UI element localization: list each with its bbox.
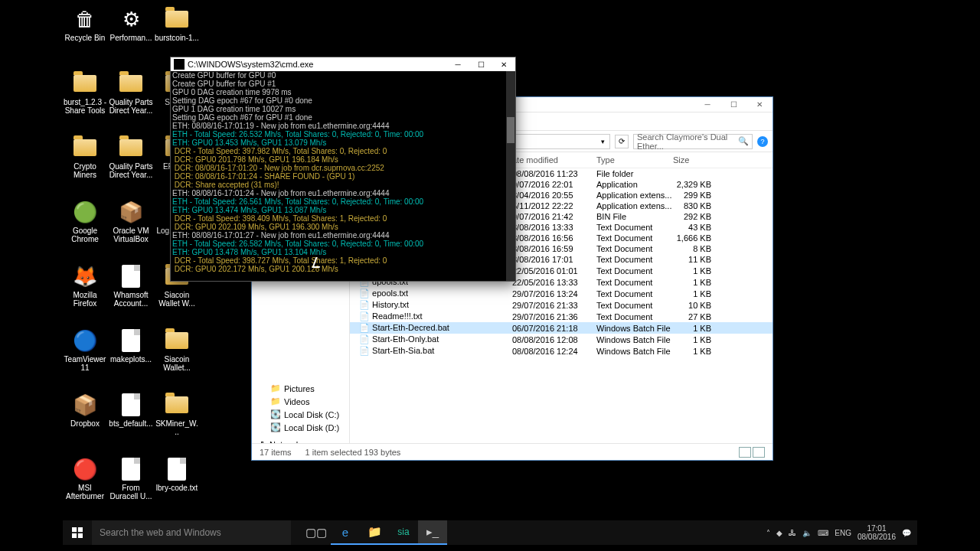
explorer-statusbar: 17 items 1 item selected 193 bytes xyxy=(252,443,773,460)
desktop-icon[interactable]: burst_1.2.3 - Share Tools xyxy=(63,70,107,135)
view-icons-button[interactable] xyxy=(753,447,765,458)
folder-icon xyxy=(164,328,190,354)
help-icon[interactable]: ? xyxy=(757,136,768,147)
vbox-icon: 📦 xyxy=(118,199,144,225)
table-row[interactable]: 📄 Start-Eth-Only.bat08/08/2016 12:08Wind… xyxy=(350,334,773,345)
nav-item[interactable]: 💽Local Disk (C:) xyxy=(252,408,349,421)
minimize-button[interactable]: ─ xyxy=(446,57,469,71)
desktop-icon[interactable]: ⚙Performan... xyxy=(109,6,153,70)
desktop-icon-label: Oracle VM VirtualBox xyxy=(109,227,153,243)
chrome-icon: 🟢 xyxy=(72,199,98,225)
table-row[interactable]: 📄 History.txt29/07/2016 21:33Text Docume… xyxy=(350,299,773,311)
system-tray[interactable]: ˄ ◆ 🖧 🔈 ⌨ ENG 17:01 08/08/2016 💬 xyxy=(760,524,917,541)
tray-app-icon[interactable]: ◆ xyxy=(776,529,782,537)
desktop-icon[interactable]: 📦Oracle VM VirtualBox xyxy=(109,199,153,263)
svg-rect-0 xyxy=(72,527,77,532)
folder-icon xyxy=(164,6,190,32)
nav-item[interactable]: 💽Local Disk (D:) xyxy=(252,421,349,434)
desktop-icon-label: Crypto Miners xyxy=(63,162,107,179)
desktop-icon-label: Recycle Bin xyxy=(65,34,106,42)
desktop-icon-label: lbry-code.txt xyxy=(156,484,198,492)
desktop-icon-label: bts_default... xyxy=(109,419,152,428)
desktop-icon[interactable]: 🟢Google Chrome xyxy=(63,199,107,263)
svg-rect-3 xyxy=(78,533,83,538)
desktop-icon[interactable]: Quality Parts Direct Year... xyxy=(109,135,153,199)
desktop-icon-label: Performan... xyxy=(109,34,152,42)
search-icon: 🔍 xyxy=(738,136,749,146)
minimize-button[interactable]: ─ xyxy=(694,97,720,112)
nav-item[interactable]: 📁Videos xyxy=(252,395,349,408)
cmd-scrollbar[interactable] xyxy=(506,71,515,281)
desktop-icon-label: burstcoin-1... xyxy=(155,34,199,42)
taskbar-sia[interactable]: sia xyxy=(389,520,418,545)
desktop-icon-label: Siacoin Wallet... xyxy=(155,355,199,372)
desktop-icon[interactable]: Siacoin Wallet... xyxy=(155,328,199,392)
desktop-icon-label: SKMiner_W... xyxy=(155,419,199,436)
nav-item[interactable]: 📁Pictures xyxy=(252,382,349,395)
explorer-search[interactable]: Search Claymore's Dual Ether... 🔍 xyxy=(633,134,753,149)
col-date[interactable]: ate modified xyxy=(512,155,596,165)
svg-rect-2 xyxy=(72,533,77,538)
scrollbar-thumb[interactable] xyxy=(507,117,514,143)
table-row[interactable]: 📄 Start-Eth-Decred.bat06/07/2016 21:18Wi… xyxy=(350,322,773,334)
taskbar-cmd[interactable]: ▸_ xyxy=(418,520,447,545)
desktop-icon-label: Google Chrome xyxy=(63,227,107,243)
col-type[interactable]: Type xyxy=(596,155,673,165)
maximize-button[interactable]: ☐ xyxy=(469,57,492,71)
file-icon xyxy=(118,328,144,354)
desktop-icon[interactable]: Whamsoft Account... xyxy=(109,263,153,328)
desktop-icon[interactable]: 🔴MSI Afterburner xyxy=(63,456,107,520)
desktop-icon[interactable]: 📦Dropbox xyxy=(63,392,107,456)
network-icon[interactable]: 🖧 xyxy=(789,529,796,537)
cmd-window[interactable]: C:\WINDOWS\system32\cmd.exe ─ ☐ ✕ Create… xyxy=(170,57,516,282)
desktop-icon-label: makeplots... xyxy=(110,355,152,364)
folder-icon xyxy=(118,135,144,161)
refresh-button[interactable]: ⟳ xyxy=(615,135,629,148)
taskbar[interactable]: Search the web and Windows ▢▢ e 📁 sia ▸_… xyxy=(63,520,917,545)
firefox-icon: 🦊 xyxy=(72,263,98,289)
cmd-titlebar[interactable]: C:\WINDOWS\system32\cmd.exe ─ ☐ ✕ xyxy=(171,57,515,71)
notifications-icon[interactable]: 💬 xyxy=(902,529,911,537)
table-row[interactable]: 📄 Start-Eth-Sia.bat08/08/2016 12:24Windo… xyxy=(350,345,773,357)
cmd-icon xyxy=(174,59,185,70)
file-icon xyxy=(164,456,190,482)
desktop-icon[interactable]: Quality Parts Direct Year... xyxy=(109,70,153,135)
table-row[interactable]: 📄 Readme!!!.txt29/07/2016 21:36Text Docu… xyxy=(350,311,773,322)
input-icon[interactable]: ⌨ xyxy=(818,529,828,537)
start-button[interactable] xyxy=(63,520,92,545)
desktop-icon[interactable]: Crypto Miners xyxy=(63,135,107,199)
app-icon: ⚙ xyxy=(118,6,144,32)
taskbar-explorer[interactable]: 📁 xyxy=(360,520,389,545)
desktop-icon[interactable]: lbry-code.txt xyxy=(155,456,199,520)
taskbar-edge[interactable]: e xyxy=(331,520,360,545)
folder-icon xyxy=(72,70,98,96)
tray-chevron-icon[interactable]: ˄ xyxy=(766,529,770,537)
taskbar-search[interactable]: Search the web and Windows xyxy=(92,520,291,545)
desktop-icon[interactable]: 🗑Recycle Bin xyxy=(63,6,107,70)
dropbox-icon: 📦 xyxy=(72,392,98,418)
language-indicator[interactable]: ENG xyxy=(835,529,851,537)
col-size[interactable]: Size xyxy=(673,155,719,165)
desktop-icon[interactable]: 🦊Mozilla Firefox xyxy=(63,263,107,328)
desktop-icon[interactable]: bts_default... xyxy=(109,392,153,456)
view-details-button[interactable] xyxy=(739,447,751,458)
folder-icon xyxy=(118,70,144,96)
recycle-icon: 🗑 xyxy=(72,6,98,32)
desktop-icon[interactable]: From Duracell U... xyxy=(109,456,153,520)
desktop-icon-label: burst_1.2.3 - Share Tools xyxy=(63,98,107,115)
volume-icon[interactable]: 🔈 xyxy=(802,529,812,537)
desktop-icon-label: Whamsoft Account... xyxy=(109,291,153,308)
maximize-button[interactable]: ☐ xyxy=(720,97,746,112)
desktop-icon-label: MSI Afterburner xyxy=(63,484,107,500)
taskview-button[interactable]: ▢▢ xyxy=(302,520,331,545)
desktop-icon[interactable]: 🔵TeamViewer 11 xyxy=(63,328,107,392)
table-row[interactable]: 📄 epools.txt29/07/2016 13:24Text Documen… xyxy=(350,288,773,299)
desktop-icon[interactable]: SKMiner_W... xyxy=(155,392,199,456)
desktop-icon[interactable]: makeplots... xyxy=(109,328,153,392)
taskbar-clock[interactable]: 17:01 08/08/2016 xyxy=(858,524,896,541)
close-button[interactable]: ✕ xyxy=(746,97,773,112)
desktop-icon-label: Siacoin Wallet W... xyxy=(155,291,199,308)
svg-rect-1 xyxy=(78,527,83,532)
close-button[interactable]: ✕ xyxy=(492,57,515,71)
tv-icon: 🔵 xyxy=(72,328,98,354)
